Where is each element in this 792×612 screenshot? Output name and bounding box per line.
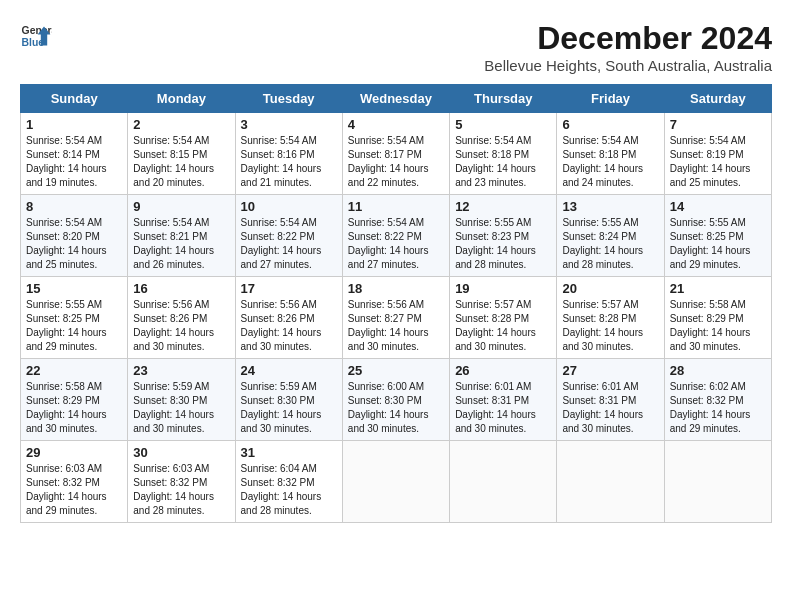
day-cell-31: 31 Sunrise: 6:04 AMSunset: 8:32 PMDaylig… [235, 441, 342, 523]
calendar-header-row: Sunday Monday Tuesday Wednesday Thursday… [21, 85, 772, 113]
day-cell-22: 22 Sunrise: 5:58 AMSunset: 8:29 PMDaylig… [21, 359, 128, 441]
day-cell-3: 3 Sunrise: 5:54 AMSunset: 8:16 PMDayligh… [235, 113, 342, 195]
header-thursday: Thursday [450, 85, 557, 113]
title-section: December 2024 Bellevue Heights, South Au… [484, 20, 772, 74]
calendar-row-week3: 15 Sunrise: 5:55 AMSunset: 8:25 PMDaylig… [21, 277, 772, 359]
day-cell-10: 10 Sunrise: 5:54 AMSunset: 8:22 PMDaylig… [235, 195, 342, 277]
day-cell-28: 28 Sunrise: 6:02 AMSunset: 8:32 PMDaylig… [664, 359, 771, 441]
header-tuesday: Tuesday [235, 85, 342, 113]
page-subtitle: Bellevue Heights, South Australia, Austr… [484, 57, 772, 74]
day-cell-2: 2 Sunrise: 5:54 AMSunset: 8:15 PMDayligh… [128, 113, 235, 195]
logo: General Blue [20, 20, 52, 52]
empty-cell-4 [664, 441, 771, 523]
page-header: General Blue December 2024 Bellevue Heig… [20, 20, 772, 74]
day-cell-6: 6 Sunrise: 5:54 AMSunset: 8:18 PMDayligh… [557, 113, 664, 195]
day-cell-17: 17 Sunrise: 5:56 AMSunset: 8:26 PMDaylig… [235, 277, 342, 359]
day-cell-11: 11 Sunrise: 5:54 AMSunset: 8:22 PMDaylig… [342, 195, 449, 277]
calendar-row-week5: 29 Sunrise: 6:03 AMSunset: 8:32 PMDaylig… [21, 441, 772, 523]
day-cell-30: 30 Sunrise: 6:03 AMSunset: 8:32 PMDaylig… [128, 441, 235, 523]
day-cell-16: 16 Sunrise: 5:56 AMSunset: 8:26 PMDaylig… [128, 277, 235, 359]
page-title: December 2024 [484, 20, 772, 57]
day-cell-7: 7 Sunrise: 5:54 AMSunset: 8:19 PMDayligh… [664, 113, 771, 195]
logo-icon: General Blue [20, 20, 52, 52]
day-cell-25: 25 Sunrise: 6:00 AMSunset: 8:30 PMDaylig… [342, 359, 449, 441]
day-cell-13: 13 Sunrise: 5:55 AMSunset: 8:24 PMDaylig… [557, 195, 664, 277]
header-saturday: Saturday [664, 85, 771, 113]
calendar-row-week1: 1 Sunrise: 5:54 AMSunset: 8:14 PMDayligh… [21, 113, 772, 195]
day-cell-15: 15 Sunrise: 5:55 AMSunset: 8:25 PMDaylig… [21, 277, 128, 359]
day-cell-14: 14 Sunrise: 5:55 AMSunset: 8:25 PMDaylig… [664, 195, 771, 277]
day-cell-27: 27 Sunrise: 6:01 AMSunset: 8:31 PMDaylig… [557, 359, 664, 441]
day-cell-18: 18 Sunrise: 5:56 AMSunset: 8:27 PMDaylig… [342, 277, 449, 359]
day-cell-1: 1 Sunrise: 5:54 AMSunset: 8:14 PMDayligh… [21, 113, 128, 195]
header-friday: Friday [557, 85, 664, 113]
day-cell-9: 9 Sunrise: 5:54 AMSunset: 8:21 PMDayligh… [128, 195, 235, 277]
day-cell-29: 29 Sunrise: 6:03 AMSunset: 8:32 PMDaylig… [21, 441, 128, 523]
header-wednesday: Wednesday [342, 85, 449, 113]
day-cell-21: 21 Sunrise: 5:58 AMSunset: 8:29 PMDaylig… [664, 277, 771, 359]
day-cell-8: 8 Sunrise: 5:54 AMSunset: 8:20 PMDayligh… [21, 195, 128, 277]
calendar-table: Sunday Monday Tuesday Wednesday Thursday… [20, 84, 772, 523]
empty-cell-2 [450, 441, 557, 523]
day-cell-24: 24 Sunrise: 5:59 AMSunset: 8:30 PMDaylig… [235, 359, 342, 441]
calendar-row-week2: 8 Sunrise: 5:54 AMSunset: 8:20 PMDayligh… [21, 195, 772, 277]
day-cell-5: 5 Sunrise: 5:54 AMSunset: 8:18 PMDayligh… [450, 113, 557, 195]
calendar-row-week4: 22 Sunrise: 5:58 AMSunset: 8:29 PMDaylig… [21, 359, 772, 441]
day-cell-19: 19 Sunrise: 5:57 AMSunset: 8:28 PMDaylig… [450, 277, 557, 359]
header-sunday: Sunday [21, 85, 128, 113]
day-cell-23: 23 Sunrise: 5:59 AMSunset: 8:30 PMDaylig… [128, 359, 235, 441]
empty-cell-3 [557, 441, 664, 523]
header-monday: Monday [128, 85, 235, 113]
empty-cell-1 [342, 441, 449, 523]
day-cell-4: 4 Sunrise: 5:54 AMSunset: 8:17 PMDayligh… [342, 113, 449, 195]
day-cell-20: 20 Sunrise: 5:57 AMSunset: 8:28 PMDaylig… [557, 277, 664, 359]
day-cell-26: 26 Sunrise: 6:01 AMSunset: 8:31 PMDaylig… [450, 359, 557, 441]
day-cell-12: 12 Sunrise: 5:55 AMSunset: 8:23 PMDaylig… [450, 195, 557, 277]
